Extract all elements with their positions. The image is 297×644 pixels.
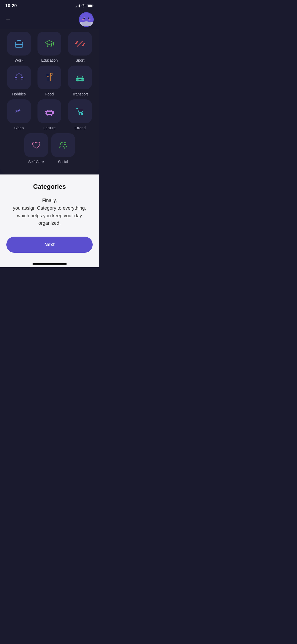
categories-bottom-row: Self-Care Social	[5, 133, 94, 164]
hobbies-icon-box	[7, 66, 31, 89]
category-sport[interactable]: Sport	[66, 32, 94, 62]
people-icon	[57, 139, 69, 151]
home-indicator	[0, 261, 99, 267]
svg-point-6	[88, 17, 89, 18]
svg-marker-13	[45, 40, 54, 45]
self-care-label: Self-Care	[28, 160, 44, 164]
transport-icon-box	[68, 66, 92, 89]
hobbies-label: Hobbies	[12, 92, 26, 96]
work-icon-box	[7, 32, 31, 56]
wifi-icon	[81, 4, 86, 8]
leisure-label: Leisure	[44, 126, 56, 130]
time: 10:20	[5, 3, 17, 8]
svg-point-5	[84, 17, 85, 18]
car-icon	[74, 72, 86, 83]
nav-bar: ←	[0, 10, 99, 29]
sport-label: Sport	[76, 58, 84, 62]
svg-line-20	[76, 42, 77, 43]
svg-text:z: z	[19, 109, 21, 111]
category-sleep[interactable]: Z z z Sleep	[5, 99, 33, 130]
category-transport[interactable]: Transport	[66, 66, 94, 96]
next-button[interactable]: Next	[6, 237, 93, 253]
work-label: Work	[15, 58, 23, 62]
transport-label: Transport	[72, 92, 88, 96]
education-label: Education	[41, 58, 58, 62]
utensils-icon	[44, 72, 55, 83]
categories-section: Work Education	[0, 29, 99, 174]
headphones-icon	[13, 72, 25, 83]
sport-icon-box	[68, 32, 92, 56]
signal-icon	[75, 4, 80, 7]
section-description: Finally,you assign Category to everythin…	[6, 197, 93, 227]
avatar	[79, 12, 94, 27]
svg-point-42	[60, 142, 63, 145]
self-care-icon-box	[24, 133, 48, 157]
info-section: Categories Finally,you assign Category t…	[0, 174, 99, 261]
category-work[interactable]: Work	[5, 32, 33, 62]
svg-line-21	[83, 45, 84, 46]
education-icon-box	[37, 32, 61, 56]
sleep-label: Sleep	[14, 126, 24, 130]
social-label: Social	[58, 160, 68, 164]
status-icons	[75, 4, 94, 8]
social-icon-box	[51, 133, 75, 157]
category-education[interactable]: Education	[36, 32, 63, 62]
category-food[interactable]: Food	[36, 66, 63, 96]
svg-rect-1	[88, 4, 92, 7]
back-button[interactable]: ←	[5, 16, 11, 23]
errand-label: Errand	[74, 126, 86, 130]
category-errand[interactable]: Errand	[66, 99, 94, 130]
category-self-care[interactable]: Self-Care	[24, 133, 48, 164]
food-icon-box	[37, 66, 61, 89]
cart-icon	[74, 105, 86, 117]
categories-grid-row1: Work Education	[5, 32, 94, 130]
briefcase-icon	[13, 38, 25, 49]
category-hobbies[interactable]: Hobbies	[5, 66, 33, 96]
status-bar: 10:20	[0, 0, 99, 10]
section-title: Categories	[33, 183, 66, 190]
dumbbell-icon	[74, 38, 86, 49]
errand-icon-box	[68, 99, 92, 123]
home-bar	[32, 263, 67, 265]
category-leisure[interactable]: Leisure	[36, 99, 63, 130]
svg-point-43	[64, 142, 66, 145]
sleep-icon-box: Z z z	[7, 99, 31, 123]
category-social[interactable]: Social	[51, 133, 75, 164]
svg-point-40	[79, 113, 80, 115]
graduation-icon	[44, 38, 55, 49]
svg-point-8	[88, 19, 91, 21]
food-label: Food	[45, 92, 54, 96]
svg-text:z: z	[17, 109, 19, 112]
zzz-icon: Z z z	[13, 105, 25, 117]
svg-point-41	[82, 113, 83, 115]
battery-icon	[87, 4, 94, 8]
leisure-icon-box	[37, 99, 61, 123]
svg-point-7	[82, 19, 84, 21]
heart-icon	[30, 139, 42, 151]
sofa-icon	[44, 105, 55, 117]
